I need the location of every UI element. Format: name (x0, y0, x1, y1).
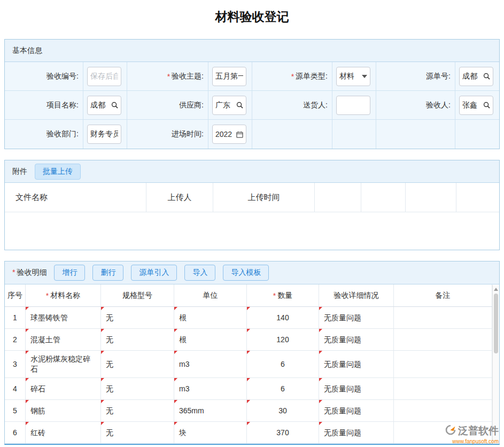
cell-remark[interactable] (394, 351, 492, 377)
cell-status[interactable]: 无质量问题 (319, 400, 394, 421)
search-icon[interactable] (483, 73, 490, 80)
cell-seq: 2 (5, 329, 26, 350)
search-icon[interactable] (111, 102, 118, 109)
empty-cell (376, 120, 455, 149)
project-label: 项目名称: (5, 91, 83, 120)
cell-spec[interactable]: 无 (101, 307, 174, 328)
cell-unit[interactable]: m3 (174, 351, 247, 377)
search-icon[interactable] (483, 102, 490, 109)
cell-status[interactable]: 无质量问题 (319, 307, 394, 328)
supplier-input[interactable]: 广东 (212, 96, 246, 115)
supplier-cell: 广东 (208, 91, 252, 120)
col-status: 验收详细情况 (319, 284, 394, 306)
col-empty (315, 183, 361, 212)
cell-material[interactable]: 混凝土管 (26, 329, 101, 350)
cell-qty[interactable]: 140 (247, 307, 319, 328)
empty-cell (252, 120, 332, 149)
basic-info-title: 基本信息 (12, 46, 42, 56)
cell-unit[interactable]: m3 (174, 378, 247, 399)
batch-upload-button[interactable]: 批量上传 (35, 164, 81, 180)
delete-row-button[interactable]: 删行 (92, 265, 123, 281)
vertical-scrollbar[interactable] (492, 285, 499, 444)
cell-status[interactable]: 无质量问题 (319, 378, 394, 399)
cell-seq: 6 (5, 422, 26, 443)
cell-status[interactable]: 无质量问题 (319, 351, 394, 377)
cell-remark[interactable] (394, 378, 492, 399)
cell-qty[interactable]: 370 (247, 422, 319, 443)
col-unit: 单位 (174, 284, 247, 306)
attachment-title: 附件 (12, 167, 27, 176)
entry-time-input[interactable]: 2022 (212, 125, 246, 144)
cell-status[interactable]: 无质量问题 (319, 422, 394, 443)
cell-qty[interactable]: 30 (247, 400, 319, 421)
import-button[interactable]: 导入 (184, 265, 215, 281)
col-uploader: 上传人 (146, 183, 213, 212)
cell-spec[interactable]: 无 (101, 351, 174, 377)
arrow-up-icon (494, 288, 498, 291)
scroll-up-button[interactable] (493, 285, 499, 293)
cell-material[interactable]: 水泥粉煤灰稳定碎石 (26, 351, 101, 377)
cell-material[interactable]: 球墨铸铁管 (26, 307, 101, 328)
department-input[interactable]: 财务专员 (87, 125, 121, 144)
deliverer-input[interactable] (336, 96, 370, 115)
source-no-input[interactable]: 成都 (459, 67, 493, 86)
cell-material[interactable]: 钢筋 (26, 400, 101, 421)
department-cell: 财务专员 (83, 120, 127, 149)
table-row: 5 钢筋 无 365mm 30 无质量问题 (5, 400, 492, 422)
cell-spec[interactable]: 无 (101, 378, 174, 399)
detail-header: *验收明细 增行 删行 源单引入 导入 导入模板 (5, 261, 499, 284)
cell-qty[interactable]: 6 (247, 351, 319, 377)
table-row: 3 水泥粉煤灰稳定碎石 无 m3 6 无质量问题 (5, 351, 492, 378)
entry-time-label: 进场时间: (127, 120, 208, 149)
acceptance-no-input[interactable]: 保存后自动生成 (87, 67, 121, 86)
col-remark: 备注 (394, 284, 492, 306)
source-import-button[interactable]: 源单引入 (131, 265, 177, 281)
acceptance-no-label: 验收编号: (5, 62, 83, 91)
acceptor-input[interactable]: 张鑫 (459, 96, 493, 115)
cell-spec[interactable]: 无 (101, 329, 174, 350)
cell-unit[interactable]: 根 (174, 307, 247, 328)
deliverer-cell (332, 91, 376, 120)
cell-remark[interactable] (394, 329, 492, 350)
cell-unit[interactable]: 块 (174, 422, 247, 443)
entry-time-cell: 2022 (208, 120, 252, 149)
col-file-name: 文件名称 (5, 183, 146, 212)
fanpu-watermark: 泛普软件 www.fanpusoft.com (445, 424, 499, 444)
basic-info-grid: 验收编号: 保存后自动生成 *验收主题: 五月第一 *源单类型: 材料 源单号:… (5, 62, 499, 149)
cell-unit[interactable]: 根 (174, 329, 247, 350)
table-row: 6 红砖 无 块 370 无质量问题 (5, 422, 492, 444)
cell-unit[interactable]: 365mm (174, 400, 247, 421)
detail-section: *验收明细 增行 删行 源单引入 导入 导入模板 序号 *材料名称 规格型号 单… (4, 261, 500, 445)
cell-material[interactable]: 碎石 (26, 378, 101, 399)
source-type-select[interactable]: 材料 (336, 67, 370, 86)
import-template-button[interactable]: 导入模板 (223, 265, 269, 281)
chevron-down-icon[interactable] (362, 75, 367, 78)
cell-spec[interactable]: 无 (101, 422, 174, 443)
source-no-cell: 成都 (455, 62, 499, 91)
cell-remark[interactable] (394, 307, 492, 328)
scrollbar-thumb[interactable] (494, 294, 498, 353)
col-empty (361, 183, 406, 212)
acceptor-cell: 张鑫 (455, 91, 499, 120)
subject-cell: 五月第一 (208, 62, 252, 91)
supplier-label: 供应商: (127, 91, 208, 120)
add-row-button[interactable]: 增行 (54, 265, 85, 281)
deliverer-label: 送货人: (252, 91, 332, 120)
attachment-header: 附件 批量上传 (5, 160, 499, 183)
col-seq: 序号 (5, 284, 26, 306)
calendar-icon[interactable] (236, 131, 243, 138)
project-input[interactable]: 成都 (87, 96, 121, 115)
cell-material[interactable]: 红砖 (26, 422, 101, 443)
cell-remark[interactable] (394, 400, 492, 421)
acceptor-label: 验收人: (376, 91, 455, 120)
cell-status[interactable]: 无质量问题 (319, 329, 394, 350)
cell-spec[interactable]: 无 (101, 400, 174, 421)
col-upload-time: 上传时间 (213, 183, 315, 212)
empty-cell (332, 120, 376, 149)
search-icon[interactable] (236, 102, 243, 109)
page-title: 材料验收登记 (0, 0, 504, 33)
table-row: 1 球墨铸铁管 无 根 140 无质量问题 (5, 307, 492, 329)
cell-qty[interactable]: 120 (247, 329, 319, 350)
cell-qty[interactable]: 6 (247, 378, 319, 399)
subject-input[interactable]: 五月第一 (212, 67, 246, 86)
